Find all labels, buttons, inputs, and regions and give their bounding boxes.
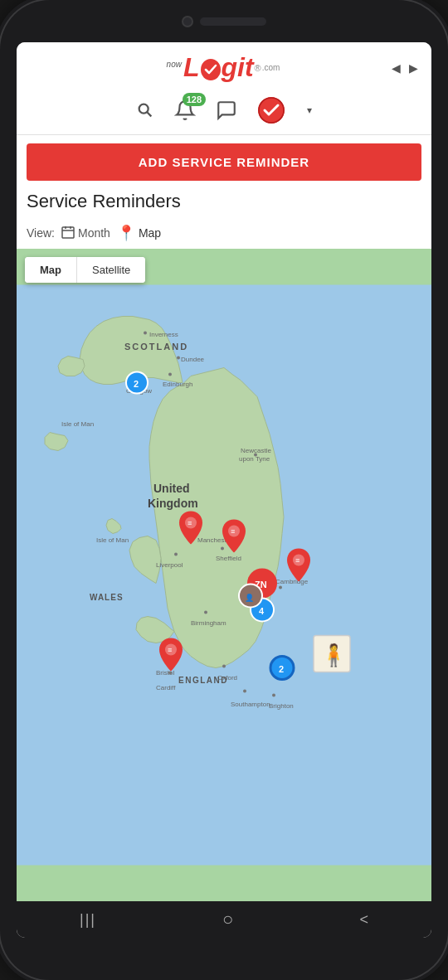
svg-text:SCOTLAND: SCOTLAND xyxy=(124,342,188,352)
icons-row: 128 xyxy=(30,91,418,128)
nav-menu-button[interactable]: ||| xyxy=(80,911,96,929)
phone-screen: now L git ® .com ◀ ▶ xyxy=(17,42,431,938)
svg-text:≡: ≡ xyxy=(187,519,192,527)
view-month-option[interactable]: Month xyxy=(61,226,110,241)
phone-frame: now L git ® .com ◀ ▶ xyxy=(0,0,448,980)
svg-point-44 xyxy=(243,690,246,693)
search-icon xyxy=(136,101,154,119)
svg-text:upon Tyne: upon Tyne xyxy=(239,455,270,463)
nav-right-arrow[interactable]: ▶ xyxy=(409,61,418,75)
svg-text:Kingdom: Kingdom xyxy=(148,497,198,510)
svg-point-38 xyxy=(222,665,226,668)
logo-com: .com xyxy=(262,63,280,72)
add-service-reminder-button[interactable]: ADD SERVICE REMINDER xyxy=(27,143,421,181)
svg-text:≡: ≡ xyxy=(168,646,172,654)
svg-text:Edinburgh: Edinburgh xyxy=(163,381,192,388)
svg-point-1 xyxy=(139,104,149,114)
svg-text:≡: ≡ xyxy=(231,527,235,536)
svg-text:4: 4 xyxy=(259,606,265,616)
svg-text:Liverpool: Liverpool xyxy=(156,561,183,569)
nav-lines-icon: ||| xyxy=(80,911,96,929)
logo-logit-git: git xyxy=(222,52,254,83)
svg-point-36 xyxy=(279,586,282,589)
logo-now-text: now xyxy=(167,60,182,69)
bottom-nav-bar: ||| ○ < xyxy=(17,901,431,938)
svg-text:Inverness: Inverness xyxy=(149,331,178,338)
dropdown-arrow-icon: ▾ xyxy=(307,104,312,116)
svg-text:Isle of Man: Isle of Man xyxy=(61,420,94,428)
map-pin-icon: 📍 xyxy=(117,224,135,242)
uk-map-svg: SCOTLAND WALES ENGLAND United Kingdom Is… xyxy=(17,249,431,901)
nav-home-icon: ○ xyxy=(222,909,233,930)
svg-text:👤: 👤 xyxy=(245,593,255,603)
map-toggle-map-button[interactable]: Map xyxy=(25,257,77,283)
svg-point-30 xyxy=(174,553,178,556)
map-container[interactable]: Map Satellite xyxy=(17,249,431,901)
logit-check-icon xyxy=(257,96,285,124)
notification-badge: 128 xyxy=(183,93,206,106)
nav-left-arrow[interactable]: ◀ xyxy=(392,61,401,75)
logit-check-button[interactable] xyxy=(257,96,285,124)
svg-text:Cambridge: Cambridge xyxy=(275,578,309,585)
app-header: now L git ® .com ◀ ▶ xyxy=(17,42,431,135)
svg-line-2 xyxy=(147,112,151,116)
svg-text:≡: ≡ xyxy=(295,556,299,565)
dropdown-button[interactable]: ▾ xyxy=(305,104,312,116)
header-arrows: ◀ ▶ xyxy=(392,61,418,75)
view-label: View: xyxy=(27,226,55,240)
svg-text:Oxford: Oxford xyxy=(217,674,237,682)
chat-icon xyxy=(216,99,237,121)
svg-text:Southampton: Southampton xyxy=(231,701,270,708)
nav-home-button[interactable]: ○ xyxy=(222,909,233,930)
page-title: Service Reminders xyxy=(27,191,421,212)
nav-back-icon: < xyxy=(359,911,368,929)
svg-text:Dundee: Dundee xyxy=(181,356,205,363)
chat-button[interactable] xyxy=(216,99,237,121)
svg-point-17 xyxy=(144,332,147,335)
map-label: Map xyxy=(139,226,161,240)
logo-registered: ® xyxy=(255,63,261,73)
svg-text:Newcastle: Newcastle xyxy=(241,447,271,454)
svg-rect-5 xyxy=(62,227,74,238)
svg-text:🧍: 🧍 xyxy=(320,642,348,668)
phone-top-bar xyxy=(0,0,448,42)
svg-text:Brighton: Brighton xyxy=(269,702,294,710)
svg-point-19 xyxy=(177,357,180,360)
svg-text:Cardiff: Cardiff xyxy=(156,684,176,691)
svg-text:Birmingham: Birmingham xyxy=(191,619,226,627)
search-button[interactable] xyxy=(136,101,154,119)
calendar-icon xyxy=(61,226,75,241)
phone-speaker xyxy=(200,17,266,26)
nav-back-button[interactable]: < xyxy=(359,911,368,929)
month-label: Month xyxy=(78,226,110,240)
svg-text:United: United xyxy=(153,482,190,495)
logo-check-circle xyxy=(200,55,222,81)
svg-point-32 xyxy=(221,547,224,551)
svg-text:Sheffield: Sheffield xyxy=(216,555,241,562)
svg-text:WALES: WALES xyxy=(90,593,124,602)
svg-point-34 xyxy=(204,611,207,614)
logo-logit-L: L xyxy=(183,52,200,83)
svg-text:2: 2 xyxy=(279,664,284,674)
page-title-area: Service Reminders xyxy=(17,187,431,222)
svg-text:2: 2 xyxy=(134,379,139,389)
notification-button[interactable]: 128 xyxy=(174,99,196,121)
phone-camera xyxy=(182,16,193,27)
logo-container: now L git ® .com xyxy=(55,52,392,83)
svg-point-46 xyxy=(272,694,275,697)
svg-point-21 xyxy=(168,373,172,376)
view-row: View: Month 📍 Map xyxy=(17,222,431,249)
header-logo-row: now L git ® .com ◀ ▶ xyxy=(30,52,418,83)
svg-point-42 xyxy=(168,672,172,675)
map-toggle-satellite-button[interactable]: Satellite xyxy=(77,257,145,283)
svg-text:Isle of Man: Isle of Man xyxy=(96,536,129,544)
map-satellite-toggle: Map Satellite xyxy=(25,257,145,283)
view-map-option[interactable]: 📍 Map xyxy=(117,224,161,242)
